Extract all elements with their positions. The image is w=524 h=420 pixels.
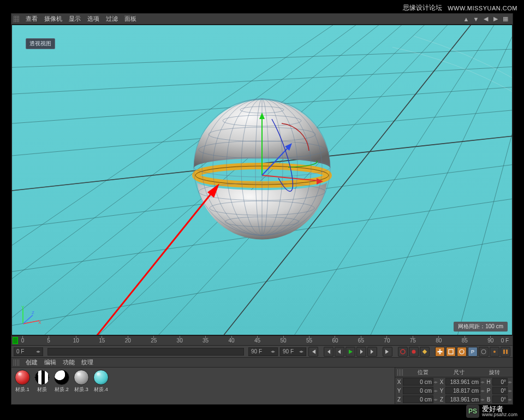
view-menu-1[interactable]: 摄像机 [41, 15, 66, 23]
nav-grid-icon[interactable]: ▦ [501, 15, 510, 23]
keyframe-button[interactable] [420, 347, 430, 357]
next-key-button[interactable] [367, 347, 377, 357]
mode-fcurve-button[interactable] [501, 347, 510, 357]
view-menu-2[interactable]: 显示 [66, 15, 84, 23]
svg-text:P: P [471, 349, 474, 354]
coord-pos-lbl-0: X [395, 379, 403, 385]
coord-row-Z: Z0 cm◂▸Z183.961 cm◂▸B0°◂▸ [395, 395, 513, 404]
coord-pos-val-1[interactable]: 0 cm [403, 387, 433, 394]
app-window: 查看摄像机显示选项过滤面板 ▲ ▼ ◀ ▶ ▦ 透视视图 [11, 13, 513, 405]
nav-left-icon[interactable]: ◀ [481, 15, 490, 23]
view-menu-3[interactable]: 选项 [84, 15, 103, 23]
material-menu-3[interactable]: 纹理 [78, 358, 97, 366]
material-menu-2[interactable]: 功能 [59, 358, 78, 366]
timeline-current-marker[interactable] [13, 337, 18, 344]
svg-line-14 [457, 25, 512, 335]
autokey-button[interactable] [409, 347, 419, 357]
sphere-object[interactable] [180, 85, 344, 249]
frame-end2-input[interactable]: 90 F◂▸ [280, 347, 306, 356]
timeline-ruler[interactable]: 051015202530354045505560657075808590 [11, 336, 497, 345]
coord-rot-val-0[interactable]: 0° [492, 378, 508, 386]
viewport-3d[interactable]: Y X Z 网格间距：100 cm [11, 25, 513, 335]
watermark-top-url: WWW.MISSYUAN.COM [448, 5, 517, 11]
svg-point-52 [412, 350, 416, 353]
record-button[interactable] [398, 347, 408, 357]
material-slot-2[interactable]: 材质.2 [53, 370, 70, 402]
svg-rect-59 [503, 350, 505, 354]
coord-size-lbl-2: Z [438, 397, 445, 403]
coord-rot-val-1[interactable]: 0° [492, 387, 508, 394]
svg-text:X: X [38, 320, 41, 325]
svg-point-55 [460, 350, 464, 354]
coord-rot-lbl-0: H [485, 379, 492, 385]
material-slot-4[interactable]: 材质.4 [92, 370, 110, 402]
view-menu-0[interactable]: 查看 [22, 15, 41, 23]
timeline-ruler-row[interactable]: 051015202530354045505560657075808590 0 F [11, 335, 513, 345]
material-slot-0[interactable]: 材质.1 [14, 370, 31, 402]
tick-25: 25 [151, 336, 157, 345]
material-label-2: 材质.2 [55, 386, 69, 393]
svg-rect-60 [506, 350, 508, 354]
go-end-button[interactable] [383, 347, 392, 357]
next-frame-button[interactable] [356, 347, 366, 357]
coord-rot-val-2[interactable]: 0° [492, 395, 508, 403]
frame-end-input[interactable]: 90 F◂▸ [248, 347, 278, 356]
watermark-bottom: PS 爱好者 www.psahz.com [466, 405, 517, 418]
tick-5: 5 [47, 336, 50, 345]
view-menu-4[interactable]: 过滤 [103, 15, 121, 23]
playback-controls [308, 347, 430, 357]
play-button[interactable] [346, 347, 355, 357]
nav-up-icon[interactable]: ▲ [462, 15, 471, 23]
coord-grip[interactable] [397, 369, 403, 376]
nav-right-icon[interactable]: ▶ [491, 15, 500, 23]
coord-pos-lbl-1: Y [395, 388, 403, 394]
go-start-button[interactable] [308, 347, 318, 357]
coord-size-val-1[interactable]: 18.817 cm [445, 387, 480, 394]
tick-35: 35 [203, 336, 209, 345]
tick-10: 10 [73, 336, 79, 345]
material-slot-3[interactable]: 材质.3 [73, 370, 90, 402]
mode-point-button[interactable] [490, 347, 499, 357]
material-preview-4[interactable] [93, 370, 109, 385]
nav-down-icon[interactable]: ▼ [472, 15, 480, 23]
mode-rotate-button[interactable] [457, 347, 467, 357]
mode-move-button[interactable] [435, 347, 445, 357]
material-preview-2[interactable] [54, 370, 69, 385]
snap-mode-buttons: P [435, 347, 510, 357]
material-label-4: 材质.4 [94, 386, 108, 393]
mat-toolbar-grip[interactable] [14, 359, 19, 366]
coord-pos-val-2[interactable]: 0 cm [403, 395, 433, 403]
view-menu-5[interactable]: 面板 [121, 15, 140, 23]
coord-row-Y: Y0 cm◂▸Y18.817 cm◂▸P0°◂▸ [395, 386, 513, 395]
material-panel[interactable]: 材质.1材质材质.2材质.3材质.4 [11, 368, 395, 404]
tick-70: 70 [384, 336, 390, 345]
mode-scale-button[interactable] [446, 347, 456, 357]
toolbar-grip[interactable] [14, 16, 19, 22]
coord-size-val-2[interactable]: 183.961 cm [445, 395, 480, 403]
frame-start-input[interactable]: 0 F◂▸ [14, 347, 43, 356]
axis-widget: Y X Z [19, 304, 43, 328]
viewport-tag: 透视视图 [26, 38, 55, 49]
timeline-scrollbar[interactable] [47, 348, 244, 356]
watermark-top-title: 思缘设计论坛 [403, 3, 442, 13]
material-slot-1[interactable]: 材质 [33, 370, 51, 402]
svg-rect-54 [449, 350, 453, 354]
material-menu-1[interactable]: 编辑 [41, 358, 59, 366]
material-preview-0[interactable] [15, 370, 30, 385]
coord-rot-lbl-2: B [485, 397, 492, 403]
grid-info-label: 网格间距：100 cm [454, 322, 508, 332]
material-preview-3[interactable] [74, 370, 89, 385]
timeline-end-label: 0 F [497, 338, 513, 344]
mode-param-button[interactable]: P [468, 347, 478, 357]
mode-anim-button[interactable] [479, 347, 489, 357]
prev-frame-button[interactable] [335, 347, 344, 357]
material-menu-0[interactable]: 创建 [22, 358, 41, 366]
coord-size-val-0[interactable]: 183.961 cm [445, 378, 480, 386]
material-preview-1[interactable] [34, 370, 50, 385]
playback-row: 0 F◂▸ 90 F◂▸ 90 F◂▸ [11, 345, 513, 357]
view-toolbar: 查看摄像机显示选项过滤面板 ▲ ▼ ◀ ▶ ▦ [11, 14, 513, 25]
watermark-logo: PS [466, 405, 479, 418]
prev-key-button[interactable] [324, 347, 334, 357]
coord-header-position: 位置 [405, 369, 441, 376]
coord-pos-val-0[interactable]: 0 cm [403, 378, 433, 386]
